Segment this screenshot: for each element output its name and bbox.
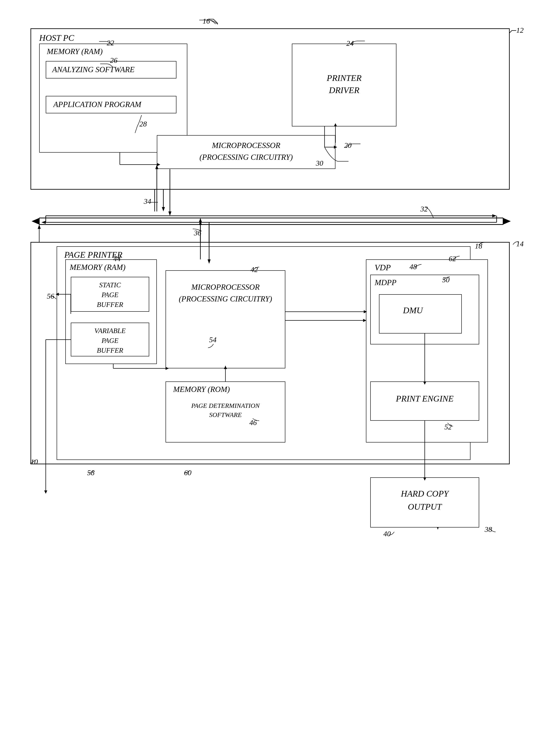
svg-marker-55 (503, 218, 511, 224)
ref-46: 46 (249, 419, 257, 427)
ref-36: 36 (194, 229, 201, 237)
ref-24: 24 (346, 39, 354, 47)
ref-38: 38 (485, 525, 492, 534)
ref-30: 30 (316, 159, 323, 167)
ref-26: 26 (110, 56, 117, 64)
page-determination-software-label: PAGE DETERMINATION SOFTWARE (169, 401, 282, 420)
printer-driver-label: PRINTER DRIVER (308, 72, 380, 96)
analyzing-software-label: ANALYZING SOFTWARE (52, 65, 135, 74)
ref-14: 14 (516, 240, 524, 248)
ref-48: 48 (409, 263, 417, 271)
ref-20: 20 (344, 141, 352, 149)
svg-marker-7 (162, 207, 165, 211)
static-page-buffer-label: STATIC PAGE BUFFER (74, 280, 146, 309)
memory-ram-2-label: MEMORY (RAM) (70, 263, 125, 272)
diagram-container: 12 16 HOST PC 22 MEMORY (RAM) 26 ANALYZI… (13, 11, 547, 726)
memory-rom-label: MEMORY (ROM) (173, 385, 230, 394)
hard-copy-output-label: HARD COPY OUTPUT (375, 487, 475, 513)
print-engine-label: PRINT ENGINE (375, 394, 475, 404)
ref-34: 34 (144, 197, 151, 205)
svg-marker-13 (41, 221, 46, 224)
ref-10: 10 (30, 458, 38, 466)
ref-18: 18 (475, 242, 482, 250)
vdp-label: VDP (375, 263, 391, 272)
svg-marker-59 (199, 220, 202, 225)
ref-60: 60 (184, 469, 191, 477)
variable-page-buffer-label: VARIABLE PAGE BUFFER (73, 326, 147, 355)
ref-40: 40 (383, 530, 391, 538)
ref-62: 62 (449, 254, 456, 263)
svg-marker-19 (199, 218, 202, 222)
svg-marker-76 (44, 491, 47, 494)
svg-marker-35 (38, 224, 41, 229)
ref-58: 58 (87, 469, 95, 477)
ref-56: 56 (47, 292, 54, 300)
host-pc-label: HOST PC (39, 33, 74, 43)
memory-ram-1-label: MEMORY (RAM) (47, 47, 103, 56)
ref-16: 16 (203, 17, 210, 25)
microprocessor-2-label: MICROPROCESSOR (PROCESSING CIRCUITRY) (170, 281, 281, 305)
ref-12: 12 (516, 26, 524, 34)
ref-28: 28 (139, 120, 147, 128)
application-program-label: APPLICATION PROGRAM (53, 100, 141, 109)
svg-marker-54 (32, 218, 39, 224)
ref-50: 50 (442, 276, 450, 284)
mdpp-label: MDPP (375, 278, 396, 287)
dmu-label: DMU (403, 305, 423, 315)
ref-32: 32 (420, 205, 428, 213)
ref-22: 22 (107, 39, 114, 47)
ref-42: 42 (250, 265, 258, 274)
ref-44: 44 (113, 254, 121, 263)
microprocessor-1-label: MICROPROCESSOR (PROCESSING CIRCUITRY) (166, 139, 327, 163)
svg-marker-47 (168, 211, 171, 216)
ref-54: 54 (209, 336, 217, 344)
ref-52: 52 (444, 423, 452, 431)
svg-marker-11 (492, 214, 497, 217)
